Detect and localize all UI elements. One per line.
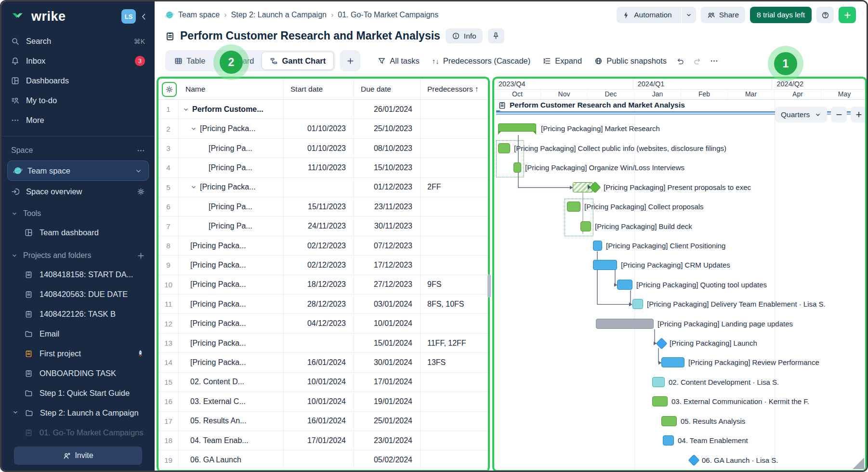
table-row[interactable]: 18 04. Team Enab... 17/01/2024 23/01/202… — [158, 431, 488, 450]
task-bar[interactable] — [513, 162, 521, 173]
sidebar-item-onboarding-task[interactable]: ONBOARDING TASK — [1, 364, 155, 383]
row-chevron-icon[interactable] — [190, 184, 197, 190]
task-bar[interactable] — [593, 260, 617, 270]
sidebar-item-my-to-do[interactable]: My to-do — [1, 91, 155, 110]
cell-name[interactable]: 06. GA Launch — [179, 450, 284, 469]
cell-start-date[interactable]: 01/10/2023 — [284, 119, 354, 138]
cell-predecessors[interactable]: 13FS — [421, 353, 488, 372]
cell-name[interactable]: [Pricing Pa... — [179, 216, 284, 235]
cell-start-date[interactable]: 10/01/2024 — [284, 392, 354, 411]
cell-predecessors[interactable] — [421, 314, 488, 333]
help-button[interactable] — [816, 7, 834, 23]
table-row[interactable]: 10 [Pricing Packa... 18/12/2023 27/12/20… — [158, 275, 488, 295]
info-button[interactable]: Info — [446, 28, 483, 43]
sidebar-item-space-overview[interactable]: Space overview — [1, 182, 155, 202]
cell-due-date[interactable]: 23/01/2024 — [354, 431, 421, 450]
cell-name[interactable]: [Pricing Packa... — [179, 256, 284, 274]
more-options-icon[interactable] — [710, 57, 718, 65]
table-row[interactable]: 3 [Pricing Pa... 01/10/2023 08/10/2023 — [158, 139, 488, 158]
cell-due-date[interactable]: 26/01/2024 — [354, 100, 421, 119]
cell-name[interactable]: Perform Custome... — [179, 100, 284, 119]
sidebar-item-step-1-quick-start-guide[interactable]: Step 1: Quick Start Guide — [1, 383, 155, 403]
cell-start-date[interactable]: 18/12/2023 — [284, 275, 354, 294]
sidebar-item-team-dashboard[interactable]: Team dashboard — [1, 223, 155, 243]
cell-start-date[interactable]: 02/12/2023 — [284, 236, 354, 255]
task-bar[interactable] — [596, 319, 654, 329]
space-settings-gear-icon[interactable] — [137, 188, 145, 196]
share-button[interactable]: Share — [701, 7, 745, 23]
cell-due-date[interactable]: 30/01/2024 — [354, 353, 421, 372]
table-settings-gear[interactable] — [162, 82, 177, 97]
cell-name[interactable]: [Pricing Packa... — [179, 236, 284, 255]
cell-due-date[interactable]: 17/12/2023 — [354, 256, 421, 274]
column-header-start[interactable]: Start date — [284, 79, 354, 99]
cell-due-date[interactable]: 25/01/2024 — [354, 412, 421, 431]
pin-button[interactable] — [488, 28, 504, 43]
table-row[interactable]: 13 [Pricing Packa... 15/01/2024 11FF, 12… — [158, 334, 488, 353]
cell-predecessors[interactable] — [421, 216, 488, 235]
cell-name[interactable]: [Pricing Packa... — [179, 314, 284, 333]
row-chevron-icon[interactable] — [190, 125, 197, 132]
table-row[interactable]: 15 02. Content D... 10/01/2024 17/01/202… — [158, 373, 488, 392]
cell-start-date[interactable]: 16/01/2024 — [284, 412, 354, 431]
cell-predecessors[interactable] — [421, 392, 488, 411]
add-project-icon[interactable] — [137, 252, 145, 260]
cell-name[interactable]: [Pricing Pa... — [179, 158, 284, 177]
cell-predecessors[interactable] — [421, 100, 488, 119]
cell-name[interactable]: [Pricing Packa... — [179, 334, 284, 352]
add-view-button[interactable] — [340, 50, 360, 71]
cell-due-date[interactable]: 08/10/2023 — [354, 139, 421, 158]
cell-due-date[interactable]: 17/01/2024 — [354, 373, 421, 391]
undo-icon[interactable] — [676, 57, 684, 65]
column-header-predecessors[interactable]: Predecessors ↑ — [421, 79, 488, 99]
cell-name[interactable]: [Pricing Packa... — [179, 353, 284, 372]
trial-badge[interactable]: 8 trial days left — [750, 7, 812, 23]
cell-start-date[interactable]: 28/12/2023 — [284, 295, 354, 313]
cell-name[interactable]: [Pricing Packa... — [179, 178, 284, 197]
toolbar-predecessors-cascade-[interactable]: ↑↓Predecessors (Cascade) — [432, 56, 531, 66]
column-header-name[interactable]: Name — [179, 79, 284, 99]
cell-predecessors[interactable] — [421, 431, 488, 450]
cell-name[interactable]: 05. Results An... — [179, 412, 284, 431]
cell-start-date[interactable]: 02/12/2023 — [284, 256, 354, 274]
cell-due-date[interactable]: 15/10/2023 — [354, 158, 421, 177]
cell-start-date[interactable]: 17/01/2024 — [284, 431, 354, 450]
table-row[interactable]: 7 [Pricing Pa... 24/11/2023 30/11/2023 — [158, 216, 488, 236]
cell-start-date[interactable] — [284, 100, 354, 119]
zoom-in-button[interactable]: + — [851, 107, 865, 122]
task-bar[interactable] — [593, 241, 602, 251]
cell-name[interactable]: [Pricing Packa... — [179, 119, 284, 138]
zoom-level-select[interactable]: Quarters — [775, 107, 827, 122]
toolbar-all-tasks[interactable]: All tasks — [378, 56, 419, 66]
table-row[interactable]: 12 [Pricing Packa... 04/12/2023 10/01/20… — [158, 314, 488, 333]
breadcrumb-team-space[interactable]: Team space — [178, 11, 220, 19]
toolbar-expand[interactable]: Expand — [543, 56, 582, 66]
task-bar[interactable] — [652, 396, 668, 406]
sidebar-item-team-space[interactable]: Team space — [7, 161, 149, 181]
table-row[interactable]: 6 [Pricing Pa... 15/11/2023 23/11/2023 — [158, 197, 488, 216]
table-row[interactable]: 1 Perform Custome... 26/01/2024 — [158, 100, 488, 119]
cell-name[interactable]: [Pricing Pa... — [179, 197, 284, 216]
cell-name[interactable]: [Pricing Packa... — [179, 275, 284, 294]
cell-start-date[interactable]: 10/01/2024 — [284, 373, 354, 391]
space-more-icon[interactable] — [137, 147, 145, 155]
cell-predecessors[interactable]: 2FF — [421, 178, 488, 197]
cell-predecessors[interactable]: 11FF, 12FF — [421, 334, 488, 352]
task-bar[interactable] — [617, 280, 632, 290]
cell-start-date[interactable]: 01/10/2023 — [284, 139, 354, 158]
cell-name[interactable]: 02. Content D... — [179, 373, 284, 391]
table-row[interactable]: 2 [Pricing Packa... 01/10/2023 25/10/202… — [158, 119, 488, 138]
cell-start-date[interactable]: 24/11/2023 — [284, 216, 354, 235]
cell-predecessors[interactable] — [421, 197, 488, 216]
table-row[interactable]: 16 03. External C... 10/01/2024 19/01/20… — [158, 392, 488, 411]
invite-button[interactable]: Invite — [14, 446, 142, 465]
sidebar-item-step-2-launch-a-campaign[interactable]: Step 2: Launch a Campaign — [1, 403, 155, 423]
automation-button[interactable]: Automation — [617, 7, 696, 23]
cell-due-date[interactable]: 19/01/2024 — [354, 392, 421, 411]
cell-predecessors[interactable]: 8FS, 10FS — [421, 295, 488, 313]
task-bar[interactable] — [663, 435, 674, 445]
tab-gantt-chart[interactable]: Gantt Chart — [262, 52, 334, 70]
avatar[interactable]: LS — [121, 9, 136, 24]
sidebar-item-search[interactable]: Search⌘K — [1, 31, 155, 51]
cell-due-date[interactable]: 01/12/2023 — [354, 178, 421, 197]
